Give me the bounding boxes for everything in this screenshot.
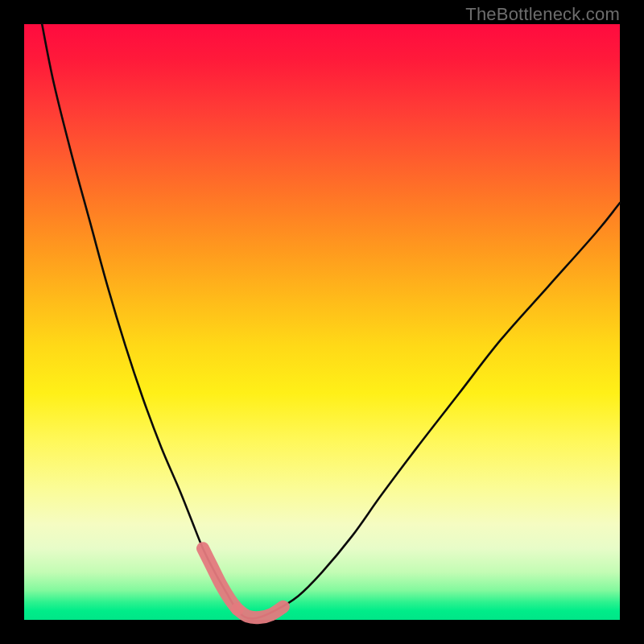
highlight-left: [203, 548, 237, 609]
watermark-text: TheBottleneck.com: [465, 4, 620, 25]
bottleneck-curve: [42, 24, 620, 618]
plot-area: [24, 24, 620, 620]
outer-frame: TheBottleneck.com: [0, 0, 644, 644]
chart-svg: [24, 24, 620, 620]
highlight-bottom: [237, 607, 283, 618]
